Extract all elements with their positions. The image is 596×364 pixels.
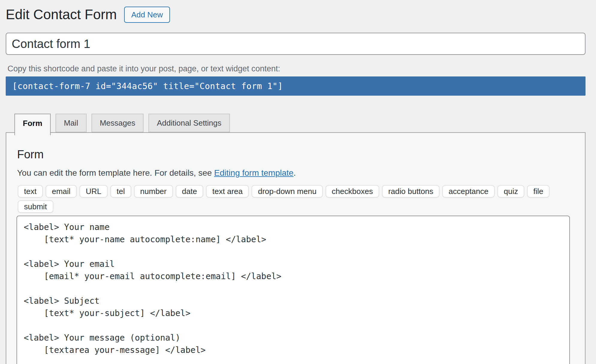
tag-button-text[interactable]: text <box>18 185 43 198</box>
tag-button-number[interactable]: number <box>134 185 173 198</box>
tag-button-drop-down-menu[interactable]: drop-down menu <box>252 185 323 198</box>
add-new-button[interactable]: Add New <box>124 7 170 23</box>
form-template-editor[interactable] <box>16 216 570 364</box>
edit-contact-form-page: Edit Contact Form Add New Copy this shor… <box>0 0 596 364</box>
tag-button-quiz[interactable]: quiz <box>497 185 524 198</box>
tag-button-date[interactable]: date <box>176 185 204 198</box>
tag-generator-row: text email URL tel number date text area… <box>18 185 570 213</box>
form-panel-heading: Form <box>17 148 570 161</box>
editor-tabs: Form Mail Messages Additional Settings <box>14 114 586 132</box>
tag-button-acceptance[interactable]: acceptance <box>442 185 495 198</box>
tab-form[interactable]: Form <box>14 114 51 135</box>
tag-button-url[interactable]: URL <box>79 185 108 198</box>
shortcode-text: [contact-form-7 id="344ac56" title="Cont… <box>12 81 283 91</box>
shortcode-box[interactable]: [contact-form-7 id="344ac56" title="Cont… <box>6 76 586 96</box>
tab-additional-settings[interactable]: Additional Settings <box>148 114 230 132</box>
description-text-before: You can edit the form template here. For… <box>17 168 214 178</box>
tag-button-checkboxes[interactable]: checkboxes <box>326 185 379 198</box>
form-panel-description: You can edit the form template here. For… <box>17 168 570 178</box>
page-title: Edit Contact Form <box>6 6 117 23</box>
tag-button-file[interactable]: file <box>527 185 550 198</box>
page-header: Edit Contact Form Add New <box>6 5 586 25</box>
form-panel: Form You can edit the form template here… <box>6 132 586 364</box>
shortcode-hint: Copy this shortcode and paste it into yo… <box>7 64 586 73</box>
description-text-after: . <box>294 168 296 178</box>
editing-form-template-link[interactable]: Editing form template <box>214 168 294 178</box>
tag-button-email[interactable]: email <box>46 185 77 198</box>
tag-button-text-area[interactable]: text area <box>206 185 249 198</box>
tab-messages[interactable]: Messages <box>91 114 144 132</box>
tab-mail[interactable]: Mail <box>55 114 87 132</box>
tag-button-tel[interactable]: tel <box>110 185 131 198</box>
form-title-input[interactable] <box>6 33 586 55</box>
tag-button-submit[interactable]: submit <box>18 200 53 213</box>
tag-button-radio-buttons[interactable]: radio buttons <box>382 185 440 198</box>
